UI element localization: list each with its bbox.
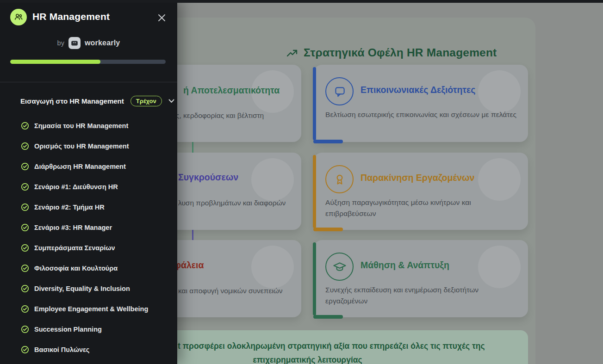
lesson-label: Συμπεράσματα Σεναρίων	[34, 244, 115, 252]
course-progress-fill	[10, 60, 100, 64]
banner-text-line1: t προσφέρει ολοκληρωμένη στρατηγική αξία…	[178, 341, 485, 351]
lesson-label: Diversity, Equality & Inclusion	[34, 285, 130, 292]
byline: by workearly	[0, 37, 177, 49]
card-description: ς, κερδοφορίας και βέλτιστη	[176, 111, 264, 120]
check-circle-icon	[21, 244, 29, 252]
graduation-cap-icon	[325, 253, 354, 281]
lesson-item[interactable]: Σενάριο #3: HR Manager	[0, 217, 177, 238]
check-circle-icon	[21, 284, 29, 293]
check-circle-icon	[21, 183, 29, 191]
card-accent-border	[313, 315, 343, 319]
screen: Στρατηγικά Οφέλη HR Management ή Αποτελε…	[0, 0, 603, 364]
check-circle-icon	[21, 305, 29, 313]
lesson-item[interactable]: Σημασία του HR Management	[0, 116, 177, 136]
check-circle-icon	[21, 345, 29, 354]
trending-up-icon	[286, 48, 298, 59]
lesson-item[interactable]: Employee Engagement & Wellbeing	[0, 299, 177, 319]
card-description: Αύξηση παραγωγικότητας μέσω κινήτρων και	[325, 198, 471, 207]
card-title: Παρακίνηση Εργαζομένων	[361, 173, 474, 183]
decorative-circle	[478, 158, 521, 201]
lesson-item[interactable]: Βασικοί Πυλώνες	[0, 339, 177, 360]
check-circle-icon	[21, 325, 29, 333]
speech-bubble-icon	[325, 77, 354, 105]
check-circle-icon	[21, 142, 29, 150]
check-circle-icon	[21, 264, 29, 272]
lesson-item[interactable]: Φιλοσοφία και Κουλτούρα	[0, 258, 177, 278]
card-accent-border	[313, 140, 343, 143]
card-accent-border	[313, 242, 316, 315]
card-description: επιβραβεύσεων	[325, 210, 376, 218]
lesson-item[interactable]: Diversity, Equality & Inclusion	[0, 278, 177, 299]
card-description: και αποφυγή νομικών συνεπειών	[178, 287, 283, 295]
benefit-card-motivation: Παρακίνηση Εργαζομένων Αύξηση παραγωγικό…	[314, 153, 528, 230]
close-icon[interactable]	[155, 12, 168, 24]
decorative-circle	[251, 158, 294, 201]
lesson-label: Employee Engagement & Wellbeing	[34, 305, 148, 313]
chevron-down-icon[interactable]	[168, 99, 174, 103]
card-description: Βελτίωση εσωτερικής επικοινωνίας και σχέ…	[325, 111, 516, 119]
course-title: HR Management	[32, 11, 110, 22]
benefit-card-communication: Επικοινωνιακές Δεξιότητες Βελτίωση εσωτε…	[314, 65, 528, 142]
card-title: Μάθηση & Ανάπτυξη	[361, 260, 449, 271]
benefit-card-learning: Μάθηση & Ανάπτυξη Συνεχής εκπαίδευση και…	[314, 240, 528, 317]
window-top-strip	[0, 0, 603, 3]
check-circle-icon	[21, 223, 29, 232]
workearly-logo-icon	[68, 37, 81, 49]
section-title: Εισαγωγή στο HR Management	[20, 97, 124, 105]
lesson-item[interactable]: Σενάριο #2: Τμήμα HR	[0, 197, 177, 217]
lesson-label: Βασικοί Πυλώνες	[34, 346, 89, 353]
lesson-item[interactable]: Σενάριο #1: Διεύθυνση HR	[0, 177, 177, 197]
course-progress-bar	[10, 60, 166, 64]
award-icon	[325, 165, 354, 193]
page-title: Στρατηγικά Οφέλη HR Management	[304, 46, 497, 59]
lesson-label: Φιλοσοφία και Κουλτούρα	[34, 265, 118, 272]
brand-name: workearly	[85, 39, 120, 47]
card-accent-border	[313, 67, 316, 140]
check-circle-icon	[21, 122, 29, 130]
card-title: φάλεια	[174, 260, 204, 271]
divider	[0, 82, 177, 82]
lesson-label: Διάρθρωση HR Management	[34, 163, 126, 170]
card-accent-border	[313, 228, 343, 231]
check-circle-icon	[21, 203, 29, 211]
by-label: by	[57, 39, 64, 47]
lesson-item[interactable]: Succession Planning	[0, 319, 177, 339]
lesson-label: Σενάριο #2: Τμήμα HR	[34, 204, 105, 211]
card-title: Συγκρούσεων	[178, 172, 238, 183]
lesson-label: Σενάριο #3: HR Manager	[34, 224, 112, 231]
section-header[interactable]: Εισαγωγή στο HR Management Τρέχον	[20, 95, 174, 107]
lesson-item[interactable]: Ορισμός του HR Management	[0, 136, 177, 156]
card-description: Συνεχής εκπαίδευση και ενημέρωση δεξιοτή…	[325, 286, 479, 294]
lesson-label: Succession Planning	[34, 326, 102, 333]
lesson-label: Ορισμός του HR Management	[34, 142, 129, 150]
decorative-circle	[478, 246, 521, 288]
course-drawer: HR Management by workearly Εισαγωγή στο …	[0, 0, 177, 364]
check-circle-icon	[21, 162, 29, 171]
lesson-list: Σημασία του HR Management Ορισμός του HR…	[0, 116, 177, 360]
decorative-circle	[251, 246, 294, 288]
card-description: λυση προβλημάτων και διαφορών	[178, 199, 286, 207]
card-title: ή Αποτελεσματικότητα	[183, 85, 280, 96]
lesson-item[interactable]: Συμπεράσματα Σεναρίων	[0, 238, 177, 258]
current-status-badge: Τρέχον	[131, 96, 162, 106]
lesson-label: Σημασία του HR Management	[34, 122, 128, 130]
lesson-item[interactable]: Διάρθρωση HR Management	[0, 156, 177, 177]
card-description: εργαζομένων	[325, 297, 367, 305]
users-icon	[10, 9, 27, 25]
card-accent-border	[313, 155, 316, 228]
decorative-circle	[478, 70, 521, 113]
lesson-label: Σενάριο #1: Διεύθυνση HR	[34, 183, 118, 191]
card-title: Επικοινωνιακές Δεξιότητες	[361, 85, 475, 95]
